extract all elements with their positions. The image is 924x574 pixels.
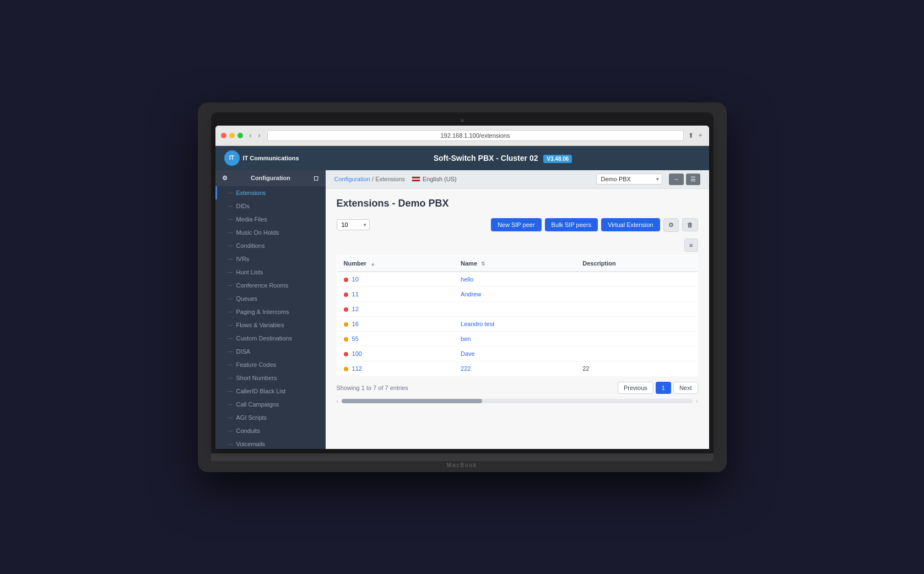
breadcrumb-parent[interactable]: Configuration [334,176,370,182]
cell-description [576,331,698,346]
cell-name: ben [454,331,576,346]
minimize-button[interactable] [229,133,235,138]
address-bar[interactable]: 192.168.1.100/extensions [267,130,684,141]
extension-number-link[interactable]: 10 [352,276,359,283]
share-button[interactable]: ⬆ [688,131,694,140]
extension-name-link[interactable]: 222 [461,365,471,372]
sidebar-item-label: IVRs [236,256,250,262]
virtual-extension-button[interactable]: Virtual Extension [601,218,660,231]
pagination: Previous 1 Next [618,382,698,394]
table-row[interactable]: 112 222 22 [337,361,698,376]
sidebar-item-label: Hunt Lists [236,269,263,275]
extension-number-link[interactable]: 16 [352,321,359,327]
extension-number-link[interactable]: 55 [352,335,359,342]
extension-number-link[interactable]: 12 [352,306,359,312]
navigate-button[interactable]: → [669,174,684,185]
table-row[interactable]: 11 Andrew [337,286,698,301]
table-row[interactable]: 100 Dave [337,346,698,361]
gear-icon: ⚙ [222,175,228,182]
sidebar-item-paging-intercoms[interactable]: Paging & Intercoms [215,305,326,318]
sidebar-item-conference-rooms[interactable]: Conference Rooms [215,279,326,292]
col-number[interactable]: Number ▲ [337,255,454,272]
bulk-sip-peers-button[interactable]: Bulk SIP peers [545,218,598,231]
sidebar-item-music-on-holds[interactable]: Music On Holds [215,226,326,239]
sidebar-item-extensions[interactable]: Extensions [215,186,326,199]
extension-name-link[interactable]: Andrew [461,291,481,297]
sidebar-item-label: Feature Codes [236,361,277,368]
collapse-icon: ◻ [314,175,318,182]
sidebar-item-feature-codes[interactable]: Feature Codes [215,358,326,371]
cell-description [576,286,698,301]
cell-number: 16 [337,316,454,331]
previous-button[interactable]: Previous [618,382,653,394]
status-dot [344,367,348,371]
sidebar-item-queues[interactable]: Queues [215,292,326,305]
breadcrumb-separator: / [372,176,374,182]
cell-number: 12 [337,301,454,316]
extension-number-link[interactable]: 100 [352,350,362,357]
extension-number-link[interactable]: 11 [352,291,359,297]
traffic-lights [221,133,243,138]
sidebar-item-label: Queues [236,295,258,302]
status-dot [344,307,348,312]
sidebar-item-short-numbers[interactable]: Short Numbers [215,371,326,385]
sidebar-item-disa[interactable]: DISA [215,345,326,358]
status-dot [344,337,348,342]
extension-name-link[interactable]: Leandro test [461,321,494,327]
maximize-button[interactable] [237,133,243,138]
forward-button[interactable]: › [256,131,263,140]
columns-button[interactable]: ≡ [684,239,698,252]
settings-icon-button[interactable]: ⚙ [663,218,679,232]
per-page-selector: 10 25 50 100 [337,219,370,230]
page-1-button[interactable]: 1 [656,382,671,394]
delete-icon-button[interactable]: 🗑 [682,218,698,231]
menu-button[interactable]: ☰ [686,174,700,185]
scrollbar-thumb[interactable] [342,399,482,403]
sidebar-item-label: Conference Rooms [236,282,289,289]
sidebar-item-conditions[interactable]: Conditions [215,239,326,252]
sidebar-item-label: DISA [236,348,251,355]
cell-description: 22 [576,361,698,376]
extension-name-link[interactable]: Dave [461,350,475,357]
sidebar-item-agi-scripts[interactable]: AGI Scripts [215,411,326,424]
scroll-left-arrow[interactable]: ‹ [337,398,338,404]
sidebar-item-voicemails[interactable]: Voicemails [215,437,326,449]
version-badge: V3.48.06 [543,155,572,163]
sidebar-item-hunt-lists[interactable]: Hunt Lists [215,266,326,279]
extension-name-link[interactable]: ben [461,335,471,342]
extension-name-link[interactable]: hello [461,276,473,283]
sidebar-item-conduits[interactable]: Conduits [215,424,326,437]
sidebar-section-label: Configuration [251,175,290,181]
sidebar-item-call-campaigns[interactable]: Call Campaigns [215,398,326,411]
sidebar-item-callerid-blacklist[interactable]: CallerID Black List [215,385,326,398]
next-button[interactable]: Next [673,382,698,394]
language-selector[interactable]: English (US) [412,176,457,182]
sidebar-item-dids[interactable]: DIDs [215,199,326,213]
new-sip-peer-button[interactable]: New SIP peer [491,218,542,231]
sidebar-item-label: Conditions [236,242,265,249]
pbx-select[interactable]: Demo PBX PBX 01 PBX 02 [596,174,662,185]
sidebar-item-label: Call Campaigns [236,401,279,408]
app-header: IT IT Communications Soft-Switch PBX - C… [215,146,709,170]
new-tab-button[interactable]: ＋ [697,131,704,140]
scrollbar-track[interactable] [342,399,693,403]
sort-icon: ▲ [370,261,375,267]
sidebar-section-header[interactable]: ⚙ Configuration ◻ [215,170,326,186]
sidebar-item-media-files[interactable]: Media Files [215,213,326,226]
table-row[interactable]: 55 ben [337,331,698,346]
back-button[interactable]: ‹ [247,131,254,140]
sidebar-item-custom-destinations[interactable]: Custom Destinations [215,332,326,345]
per-page-select[interactable]: 10 25 50 100 [337,219,370,230]
sidebar-item-flows-variables[interactable]: Flows & Variables [215,318,326,332]
extension-number-link[interactable]: 112 [352,365,362,372]
logo-text: IT Communications [243,155,299,161]
toolbar-buttons: New SIP peer Bulk SIP peers Virtual Exte… [491,218,698,232]
table-row[interactable]: 16 Leandro test [337,316,698,331]
scroll-right-arrow[interactable]: › [696,398,698,404]
sidebar: ⚙ Configuration ◻ Extensions DIDs Media … [215,170,326,449]
sidebar-item-ivrs[interactable]: IVRs [215,252,326,266]
col-name[interactable]: Name ⇅ [454,255,576,272]
table-row[interactable]: 12 [337,301,698,316]
table-row[interactable]: 10 hello [337,272,698,287]
close-button[interactable] [221,133,226,138]
